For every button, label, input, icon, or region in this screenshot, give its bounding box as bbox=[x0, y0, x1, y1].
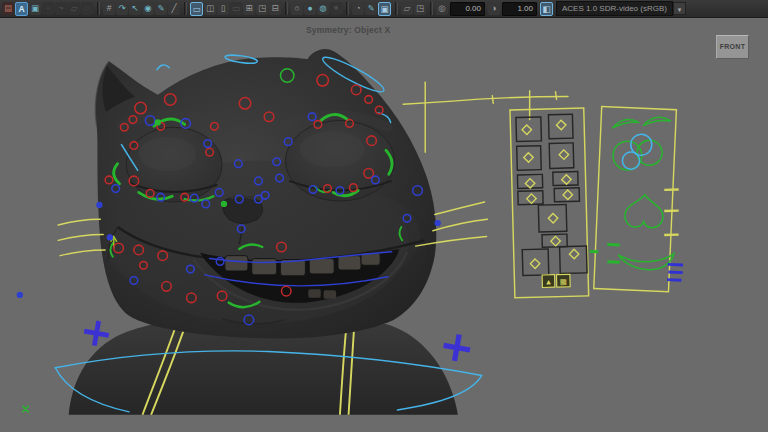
pane-dim-icon[interactable]: ▭ bbox=[230, 2, 242, 15]
nose-control[interactable] bbox=[624, 194, 663, 228]
left-eye-highlight bbox=[139, 137, 197, 171]
rig-control-blue[interactable] bbox=[435, 221, 440, 226]
rig-curve-yellow[interactable] bbox=[58, 235, 103, 241]
toolbar-separator bbox=[430, 2, 433, 15]
wireframe-icon[interactable]: ○ bbox=[291, 2, 303, 15]
control-dash[interactable] bbox=[607, 260, 620, 263]
lights-icon[interactable]: ☀ bbox=[330, 2, 342, 15]
object-mask-icon[interactable]: ▣ bbox=[29, 2, 41, 15]
panel-tick[interactable] bbox=[664, 210, 678, 212]
paint-icon[interactable]: ✎ bbox=[365, 2, 377, 15]
pencil-tool-icon[interactable]: ╱ bbox=[168, 2, 180, 15]
rig-curve-yellow[interactable] bbox=[556, 92, 557, 100]
pane-table-icon[interactable]: ⊟ bbox=[269, 2, 281, 15]
rig-curve-yellow[interactable] bbox=[492, 96, 493, 104]
right-eye-highlight bbox=[300, 131, 365, 167]
rig-curve-green[interactable] bbox=[23, 406, 29, 412]
chevron-down-icon[interactable]: ▾ bbox=[673, 2, 686, 15]
two-pane-icon[interactable]: ◫ bbox=[204, 2, 216, 15]
four-pane-icon[interactable]: ⊞ bbox=[243, 2, 255, 15]
picker-button[interactable] bbox=[522, 249, 549, 276]
exposure-icon[interactable]: ◎ bbox=[436, 2, 448, 15]
gamma-field[interactable]: 1.00 bbox=[502, 2, 537, 16]
colorspace-dropdown[interactable]: ACES 1.0 SDR-video (sRGB) bbox=[556, 1, 673, 16]
textured-icon[interactable]: ◍ bbox=[317, 2, 329, 15]
control-dash[interactable] bbox=[607, 243, 620, 246]
panel-tick[interactable] bbox=[664, 234, 678, 236]
picker-diamond-icon bbox=[551, 236, 560, 245]
picker-button[interactable] bbox=[548, 114, 573, 139]
picker-button[interactable] bbox=[538, 204, 566, 232]
history-icon[interactable]: ▤ bbox=[2, 2, 14, 15]
toolbar-separator bbox=[395, 2, 398, 15]
picker-panel-left: ▲▦ bbox=[510, 108, 589, 298]
plus-marker[interactable] bbox=[441, 332, 472, 363]
picker-button[interactable] bbox=[517, 174, 542, 188]
picker-diamond-icon bbox=[556, 120, 565, 129]
picker-diamond-icon bbox=[569, 249, 578, 258]
isolate-select-icon[interactable]: ▣ bbox=[378, 2, 391, 16]
picker-button[interactable] bbox=[554, 188, 579, 202]
joint-tool-icon[interactable]: ✎ bbox=[155, 2, 167, 15]
maya-viewport-screen: ▤A▣◦~▱◌#↷↖◉✎╱▭◫▯▭⊞◳⊟○●◍☀◔✎▣▱◳ ◎ 0.00 ◑ 1… bbox=[0, 0, 768, 432]
picker-diamond-icon bbox=[548, 213, 557, 222]
viewport-panel[interactable]: Symmetry: Object X FRONT bbox=[0, 18, 768, 432]
panel-frame bbox=[594, 107, 677, 292]
duplicate-icon[interactable]: ▱ bbox=[401, 2, 413, 15]
picker-diamond-icon bbox=[524, 153, 533, 162]
eye-control-circle[interactable] bbox=[622, 152, 640, 170]
picker-button[interactable] bbox=[549, 143, 574, 169]
symmetry-status-label: Symmetry: Object X bbox=[306, 25, 390, 35]
eye-control-circle[interactable] bbox=[637, 140, 663, 166]
mask-points-icon[interactable]: ◦ bbox=[42, 2, 54, 15]
picker-diamond-icon bbox=[527, 194, 536, 203]
status-line-toolbar: ▤A▣◦~▱◌#↷↖◉✎╱▭◫▯▭⊞◳⊟○●◍☀◔✎▣▱◳ ◎ 0.00 ◑ 1… bbox=[0, 0, 768, 18]
single-pane-icon[interactable]: ▭ bbox=[190, 2, 203, 16]
color-management-icon[interactable]: ◧ bbox=[540, 2, 553, 16]
highlight-selection-icon[interactable]: A bbox=[15, 2, 28, 16]
pane-outline-icon[interactable]: ▯ bbox=[217, 2, 229, 15]
toolbar-separator bbox=[184, 2, 187, 15]
make-live-icon[interactable]: ◉ bbox=[142, 2, 154, 15]
exposure-field[interactable]: 0.00 bbox=[450, 2, 485, 16]
eyebrow-control[interactable] bbox=[643, 117, 671, 127]
rig-curve-yellow[interactable] bbox=[60, 250, 105, 256]
shaded-icon[interactable]: ● bbox=[304, 2, 316, 15]
xray-icon[interactable]: ◔ bbox=[352, 2, 364, 15]
annotation-text-line bbox=[668, 271, 682, 274]
rig-curve-yellow[interactable] bbox=[433, 219, 488, 231]
control-dash[interactable] bbox=[590, 250, 599, 253]
panel-tick[interactable] bbox=[664, 189, 678, 191]
rig-control-blue[interactable] bbox=[97, 202, 102, 207]
rig-control-blue[interactable] bbox=[17, 293, 22, 298]
pane-arrow-icon[interactable]: ◳ bbox=[256, 2, 268, 15]
rig-curve-yellow[interactable] bbox=[449, 97, 568, 102]
mask-faces-icon[interactable]: ▱ bbox=[68, 2, 80, 15]
picker-diamond-icon bbox=[530, 259, 539, 268]
eyebrow-control[interactable] bbox=[612, 119, 639, 130]
rig-curve-yellow[interactable] bbox=[58, 219, 100, 225]
picker-diamond-icon bbox=[562, 175, 571, 184]
snap-curve-icon[interactable]: ↷ bbox=[116, 2, 128, 15]
picker-panel-right bbox=[588, 106, 690, 292]
screen-icon[interactable]: ◳ bbox=[414, 2, 426, 15]
snap-grid-icon[interactable]: # bbox=[103, 2, 115, 15]
mask-hulls-icon[interactable]: ◌ bbox=[81, 2, 93, 15]
rig-control-green[interactable] bbox=[222, 202, 227, 207]
picker-button[interactable] bbox=[517, 146, 542, 171]
scene-canvas[interactable]: ▲▦ bbox=[0, 18, 768, 432]
mouth-control[interactable] bbox=[618, 251, 674, 271]
toolbar-icons: ▤A▣◦~▱◌#↷↖◉✎╱▭◫▯▭⊞◳⊟○●◍☀◔✎▣▱◳ bbox=[2, 2, 436, 16]
gamma-icon[interactable]: ◑ bbox=[488, 2, 500, 15]
rig-curve-yellow[interactable] bbox=[403, 101, 449, 104]
camera-label-front[interactable]: FRONT bbox=[716, 35, 749, 59]
rig-curve-yellow[interactable] bbox=[435, 202, 485, 214]
picker-diamond-icon bbox=[559, 150, 568, 159]
rig-control-green[interactable] bbox=[155, 120, 160, 125]
mask-lines-icon[interactable]: ~ bbox=[55, 2, 67, 15]
rig-curve-cyan[interactable] bbox=[157, 65, 169, 70]
picker-button[interactable] bbox=[516, 117, 542, 142]
snap-point-icon[interactable]: ↖ bbox=[129, 2, 141, 15]
picker-diamond-icon bbox=[563, 190, 572, 199]
rig-control-blue[interactable] bbox=[108, 235, 113, 240]
